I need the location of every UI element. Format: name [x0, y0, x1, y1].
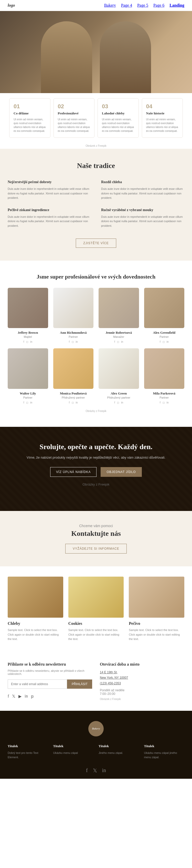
- team-socials: f ◻ in: [99, 340, 139, 343]
- team-socials: f ◻ in: [144, 340, 185, 343]
- social-in-icon[interactable]: in: [121, 401, 123, 404]
- social-ig-icon[interactable]: ◻: [117, 401, 119, 404]
- product-text: Sample text. Click to select the text bo…: [68, 628, 124, 642]
- team-role: Partner: [144, 335, 185, 338]
- social-linkedin-icon[interactable]: in: [25, 694, 28, 699]
- team-role: Partner: [53, 335, 94, 338]
- social-in-icon[interactable]: in: [167, 401, 169, 404]
- social-in-icon[interactable]: in: [76, 401, 78, 404]
- team-member-3: Jennie Robertsová Manažer f ◻ in: [99, 288, 139, 343]
- social-pinterest-icon[interactable]: 𝕡: [31, 694, 34, 699]
- tradition-item-4: Ručně vyráběné z vybrané moukyDuis aute …: [101, 208, 184, 228]
- social-f-icon[interactable]: f: [23, 401, 24, 404]
- social-ig-icon[interactable]: ◻: [26, 401, 28, 404]
- footer-col-text: Ukázku menu zápal jiného menu zápal.: [144, 751, 185, 760]
- nav-link-bakery[interactable]: Bakery: [104, 3, 116, 8]
- social-f-icon[interactable]: f: [114, 401, 115, 404]
- footer-linkedin-icon[interactable]: in: [102, 768, 106, 774]
- social-twitter-icon[interactable]: 𝕏: [12, 694, 15, 699]
- newsletter-hours-section: Přihlaste se k odběru newsletteru Přihla…: [0, 652, 192, 711]
- newsletter-submit[interactable]: PŘIHLÁSIT: [67, 679, 92, 689]
- footer-col-title: Titulek: [53, 744, 94, 748]
- hours-days: Pondělí až neděle 7:00–20:00: [100, 688, 184, 695]
- team-name: Jeffrey Brown: [8, 331, 48, 335]
- tradition-grid: Nejčerstvější pečené dobrotyDuis aute ir…: [8, 180, 184, 228]
- product-item-2: Cookies Sample text. Click to select the…: [68, 577, 124, 642]
- phone: (123) 456-2353: [100, 682, 121, 685]
- card-1: 01 Co děláme Ut enim ad minim veniam, qu…: [9, 98, 50, 138]
- social-ig-icon[interactable]: ◻: [117, 340, 119, 343]
- product-title: Pečivo: [129, 621, 184, 626]
- cta-btn-order[interactable]: OBJEDNAT JÍDLO: [101, 467, 142, 477]
- footer-col-4: Titulek Ukázku menu zápal jiného menu zá…: [144, 744, 185, 760]
- social-in-icon[interactable]: in: [30, 340, 32, 343]
- product-item-1: Chleby Sample text. Click to select the …: [8, 577, 63, 642]
- tradition-item-title: Nejčerstvější pečené dobroty: [8, 180, 91, 184]
- footer: Bakery Titulek Dobrý text pro tento Text…: [0, 711, 192, 779]
- hero-person-right: [100, 21, 151, 93]
- social-f-icon[interactable]: f: [69, 401, 70, 404]
- social-ig-icon[interactable]: ◻: [162, 340, 165, 343]
- nav-link-page5[interactable]: Page 5: [137, 3, 148, 8]
- social-f-icon[interactable]: f: [23, 340, 24, 343]
- team-grid: Jeffrey Brown Majitel f ◻ in Ann Richmon…: [8, 288, 184, 404]
- team-section: Jsme super profesionálové ve svých doved…: [0, 260, 192, 427]
- social-in-icon[interactable]: in: [121, 340, 123, 343]
- footer-col-title: Titulek: [8, 744, 48, 748]
- cta-section: Srolujte, opečte a upečte. Každý den. Ví…: [0, 427, 192, 511]
- team-role: Partner: [144, 396, 185, 399]
- team-photo: [144, 288, 185, 328]
- footer-facebook-icon[interactable]: f: [86, 768, 88, 774]
- tradition-section: Naše tradice Nejčerstvější pečené dobrot…: [0, 149, 192, 260]
- newsletter-input[interactable]: [8, 679, 67, 689]
- team-socials: f ◻ in: [99, 401, 139, 404]
- team-member-6: Monica Pouliotová Přidružený partner f ◻…: [53, 348, 94, 404]
- nav-link-landing[interactable]: Landing: [169, 3, 184, 8]
- social-in-icon[interactable]: in: [30, 401, 32, 404]
- social-f-icon[interactable]: f: [69, 340, 70, 343]
- social-ig-icon[interactable]: ◻: [162, 401, 165, 404]
- contact-button[interactable]: VYŽÁDEJTE SI INFORMACE: [65, 544, 126, 554]
- social-in-icon[interactable]: in: [167, 340, 169, 343]
- team-socials: f ◻ in: [8, 340, 48, 343]
- team-photo: [53, 288, 94, 328]
- social-youtube-icon[interactable]: ▶: [18, 694, 22, 699]
- social-f-icon[interactable]: f: [160, 401, 160, 404]
- team-socials: f ◻ in: [53, 401, 94, 404]
- nav-link-page4[interactable]: Page 4: [121, 3, 132, 8]
- products-grid: Chleby Sample text. Click to select the …: [8, 577, 184, 642]
- card-number: 01: [13, 103, 46, 110]
- cta-title: Srolujte, opečte a upečte. Každý den.: [8, 442, 184, 452]
- navigation: logo BakeryPage 4Page 5Page 6Landing: [0, 0, 192, 11]
- team-name: Mila Parkerová: [144, 392, 185, 396]
- card-number: 04: [146, 103, 179, 110]
- social-ig-icon[interactable]: ◻: [26, 340, 28, 343]
- cta-text: Víme, že nabízet produkty nejvyšší kvali…: [8, 456, 184, 459]
- tradition-item-3: Pečlivě získané ingredienceDuis aute iru…: [8, 208, 91, 228]
- team-photo: [99, 348, 139, 389]
- nav-logo[interactable]: logo: [8, 3, 15, 8]
- social-f-icon[interactable]: f: [160, 340, 160, 343]
- team-socials: f ◻ in: [8, 401, 48, 404]
- footer-twitter-icon[interactable]: 𝕏: [93, 768, 97, 774]
- newsletter-socials: f 𝕏 ▶ in 𝕡: [8, 694, 92, 699]
- product-image: [129, 577, 184, 618]
- footer-logo: Bakery: [88, 721, 104, 736]
- social-ig-icon[interactable]: ◻: [72, 401, 74, 404]
- hours-title: Otevírací doba a místo: [100, 662, 184, 666]
- social-f-icon[interactable]: f: [114, 340, 115, 343]
- nav-link-page6[interactable]: Page 6: [153, 3, 164, 8]
- team-socials: f ◻ in: [144, 401, 185, 404]
- footer-col-text: Dobrý text pro tento Text Element.: [8, 751, 48, 760]
- phone-link[interactable]: (123) 456-2353: [100, 682, 121, 685]
- social-in-icon[interactable]: in: [76, 340, 78, 343]
- social-ig-icon[interactable]: ◻: [72, 340, 74, 343]
- social-facebook-icon[interactable]: f: [8, 694, 9, 699]
- address-link[interactable]: 14 E 19th St, New York, NY 10007: [100, 671, 128, 680]
- team-member-7: Alex Green Přidružený partner f ◻ in: [99, 348, 139, 404]
- product-image: [8, 577, 63, 618]
- tradition-button[interactable]: ZJISTĚTE VÍCE: [76, 239, 116, 248]
- cta-btn-menu[interactable]: VÍZ ÚPLNÁ NABÍDKA: [50, 467, 97, 477]
- newsletter: Přihlaste se k odběru newsletteru Přihla…: [8, 662, 92, 701]
- hero-photo-credit: Obrázek z Freepik: [0, 143, 192, 149]
